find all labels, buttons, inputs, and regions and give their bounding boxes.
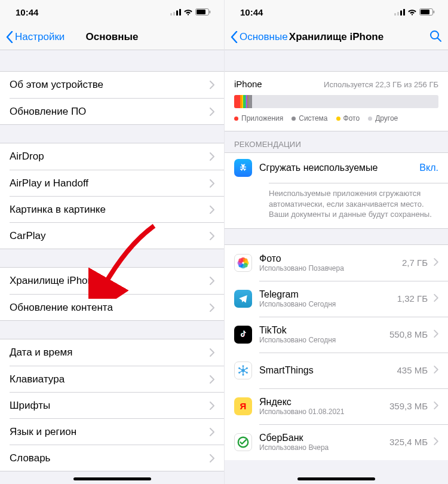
app-row[interactable]: СберБанкИспользовано Вчера325,4 МБ [225, 424, 448, 460]
app-row[interactable]: ФотоИспользовано Позавчера2,7 ГБ [225, 245, 448, 281]
app-name: SmartThings [259, 365, 397, 376]
chevron-right-icon [210, 454, 214, 462]
app-name: TikTok [259, 325, 389, 336]
status-bar: 10:44 [0, 0, 224, 24]
battery-icon [195, 8, 211, 16]
svg-point-33 [246, 372, 248, 373]
row-label: Дата и время [10, 347, 72, 359]
svg-line-15 [438, 38, 441, 41]
legend-item: Система [291, 114, 327, 122]
settings-row[interactable]: Клавиатура [10, 366, 224, 392]
search-button[interactable] [429, 29, 442, 45]
appstore-icon [234, 159, 252, 177]
chevron-left-icon [231, 31, 238, 43]
status-icons [394, 8, 435, 16]
settings-row[interactable]: Словарь [10, 445, 224, 471]
chevron-right-icon [210, 232, 214, 240]
svg-point-34 [243, 374, 244, 376]
svg-point-31 [243, 365, 244, 367]
svg-rect-3 [179, 9, 181, 16]
app-row[interactable]: ЯЯндексИспользовано 01.08.2021359,3 МБ [225, 388, 448, 424]
row-label: Словарь [10, 452, 50, 464]
app-sub: Использовано 01.08.2021 [259, 408, 389, 416]
settings-row[interactable]: Обновление контента [10, 294, 224, 320]
svg-point-35 [238, 372, 240, 373]
chevron-right-icon [210, 402, 214, 410]
nav-bar: Настройки Основные [0, 24, 224, 50]
app-name: СберБанк [259, 433, 389, 443]
settings-row[interactable]: Хранилище iPhone [0, 268, 224, 294]
battery-icon [419, 8, 435, 16]
settings-row[interactable]: Картинка в картинке [10, 196, 224, 222]
chevron-right-icon [210, 375, 214, 384]
settings-row[interactable]: Язык и регион [10, 418, 224, 445]
settings-group: Хранилище iPhoneОбновление контента [0, 267, 224, 321]
chevron-right-icon [210, 277, 214, 285]
sber-icon [234, 433, 252, 451]
svg-rect-13 [434, 11, 435, 14]
back-label: Настройки [15, 31, 65, 43]
smartthings-icon [234, 362, 252, 379]
svg-rect-5 [197, 10, 205, 14]
legend-label: Система [299, 114, 327, 122]
app-name: Яндекс [259, 397, 389, 408]
app-sub: Использовано Позавчера [259, 264, 402, 272]
wifi-icon [183, 8, 193, 16]
legend-item: Фото [336, 114, 360, 122]
svg-rect-12 [421, 10, 429, 14]
legend-label: Другое [375, 114, 398, 122]
legend-item: Другое [368, 114, 398, 122]
legend-item: Приложения [234, 114, 283, 122]
back-button[interactable]: Настройки [6, 31, 65, 43]
row-label: Об этом устройстве [10, 79, 103, 91]
content: Об этом устройствеОбновление ПОAirDropAi… [0, 50, 224, 484]
tiktok-icon [234, 326, 252, 344]
back-label: Основные [240, 31, 288, 43]
settings-row[interactable]: Дата и время [0, 339, 224, 366]
chevron-right-icon [210, 206, 214, 214]
settings-row[interactable]: Обновление ПО [10, 98, 224, 124]
settings-row[interactable]: AirDrop [0, 143, 224, 170]
svg-point-36 [238, 367, 240, 369]
row-label: AirPlay и Handoff [10, 177, 88, 189]
settings-group: Об этом устройствеОбновление ПО [0, 71, 224, 125]
settings-row[interactable]: CarPlay [10, 222, 224, 249]
legend-label: Фото [343, 114, 360, 122]
yandex-icon: Я [234, 397, 252, 415]
app-size: 325,4 МБ [389, 437, 428, 447]
recommendation-row[interactable]: Сгружать неиспользуемые Вкл. [225, 153, 448, 183]
chevron-right-icon [210, 81, 214, 89]
back-button[interactable]: Основные [231, 31, 288, 43]
app-list: ФотоИспользовано Позавчера2,7 ГБTelegram… [225, 244, 448, 460]
app-row[interactable]: TikTokИспользовано Сегодня550,8 МБ [225, 317, 448, 353]
phone-storage: 10:44 Основные Хранилище iPhone iPhone И… [224, 0, 448, 484]
settings-row[interactable]: Об этом устройстве [0, 72, 224, 98]
svg-rect-6 [210, 11, 211, 14]
app-size: 359,3 МБ [389, 401, 428, 411]
usage-text: Используется 22,3 ГБ из 256 ГБ [324, 80, 438, 89]
chevron-right-icon [434, 258, 438, 268]
storage-legend: ПриложенияСистемаФотоДругое [234, 114, 438, 122]
status-icons [170, 8, 211, 16]
svg-rect-8 [397, 12, 399, 16]
app-name: Фото [259, 253, 402, 264]
app-row[interactable]: TelegramИспользовано Сегодня1,32 ГБ [225, 281, 448, 317]
phone-general: 10:44 Настройки Основные Об этом устройс… [0, 0, 224, 484]
photos-icon [234, 254, 252, 272]
row-label: AirDrop [10, 151, 44, 163]
cellular-icon [170, 9, 181, 16]
nav-bar: Основные Хранилище iPhone [225, 24, 448, 50]
app-name: Telegram [259, 289, 397, 300]
chevron-right-icon [210, 304, 214, 312]
settings-row[interactable]: AirPlay и Handoff [10, 170, 224, 196]
chevron-right-icon [210, 348, 214, 357]
row-label: Обновление контента [10, 302, 113, 314]
nav-title: Хранилище iPhone [289, 31, 383, 43]
reco-title: Сгружать неиспользуемые [259, 163, 412, 173]
legend-dot [368, 117, 372, 121]
legend-dot [291, 117, 296, 121]
row-label: Хранилище iPhone [10, 275, 99, 287]
settings-row[interactable]: Шрифты [10, 392, 224, 418]
row-label: Язык и регион [10, 426, 76, 438]
app-row[interactable]: SmartThings435 МБ [225, 353, 448, 388]
